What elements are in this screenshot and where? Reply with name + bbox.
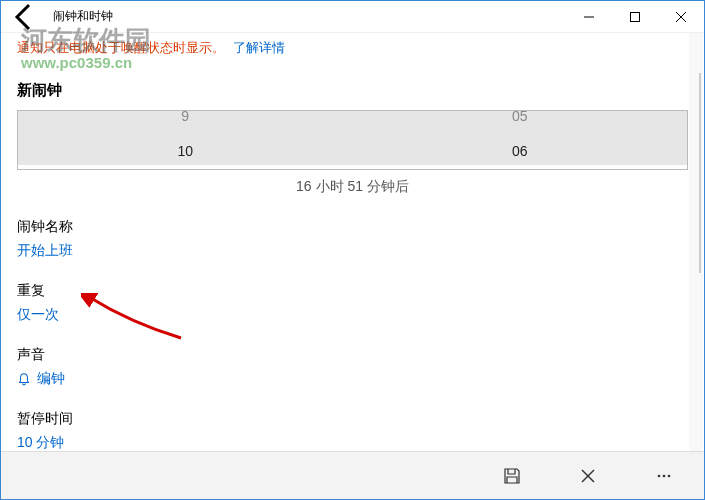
alarm-name-label: 闹钟名称 (17, 218, 688, 236)
notice-bar: 通知只在电脑处于唤醒状态时显示。 了解详情 (1, 33, 704, 63)
repeat-value[interactable]: 仅一次 (17, 306, 688, 324)
repeat-label: 重复 (17, 282, 688, 300)
close-icon (676, 12, 686, 22)
svg-rect-1 (631, 12, 640, 21)
maximize-icon (630, 12, 640, 22)
main-content: 新闹钟 9 10 05 06 16 小时 51 分钟后 闹钟名称 开始上班 重复… (1, 81, 704, 452)
title-bar: 闹钟和时钟 (1, 1, 704, 33)
snooze-label: 暂停时间 (17, 410, 688, 428)
bell-icon (17, 372, 31, 386)
alarm-name-value[interactable]: 开始上班 (17, 242, 688, 260)
minimize-icon (584, 12, 594, 22)
time-picker[interactable]: 9 10 05 06 (17, 110, 688, 170)
back-button[interactable] (9, 1, 41, 33)
hour-prev: 9 (181, 108, 189, 124)
close-button[interactable] (658, 1, 704, 33)
save-icon (503, 467, 521, 485)
svg-point-7 (663, 474, 666, 477)
maximize-button[interactable] (612, 1, 658, 33)
save-button[interactable] (492, 456, 532, 496)
hour-column[interactable]: 9 10 (18, 111, 353, 165)
cancel-button[interactable] (568, 456, 608, 496)
sound-label: 声音 (17, 346, 688, 364)
minute-prev: 05 (512, 108, 528, 124)
snooze-value[interactable]: 10 分钟 (17, 434, 688, 452)
svg-point-8 (668, 474, 671, 477)
learn-more-link[interactable]: 了解详情 (233, 40, 285, 55)
hour-value: 10 (177, 143, 193, 159)
more-button[interactable] (644, 456, 684, 496)
minimize-button[interactable] (566, 1, 612, 33)
cancel-icon (579, 467, 597, 485)
sound-value[interactable]: 编钟 (17, 370, 688, 388)
scrollbar-thumb[interactable] (699, 73, 701, 273)
countdown-text: 16 小时 51 分钟后 (17, 178, 688, 196)
minute-value: 06 (512, 143, 528, 159)
window-controls (566, 1, 704, 33)
notice-text: 通知只在电脑处于唤醒状态时显示。 (17, 40, 225, 55)
more-icon (655, 467, 673, 485)
time-picker-row: 9 10 05 06 (18, 111, 687, 165)
window-title: 闹钟和时钟 (53, 8, 113, 25)
back-arrow-icon (9, 1, 41, 33)
sound-value-text: 编钟 (37, 370, 65, 388)
page-heading: 新闹钟 (17, 81, 688, 100)
minute-column[interactable]: 05 06 (353, 111, 688, 165)
svg-point-6 (658, 474, 661, 477)
bottom-toolbar (1, 451, 704, 499)
scrollbar[interactable] (689, 33, 703, 451)
